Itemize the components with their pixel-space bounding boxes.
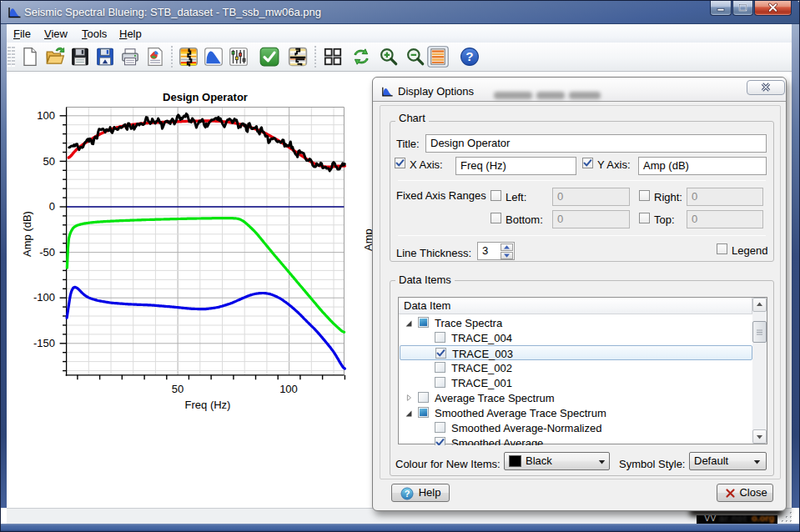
svg-text:?: ?: [405, 489, 410, 499]
svg-text:?: ?: [465, 49, 473, 63]
